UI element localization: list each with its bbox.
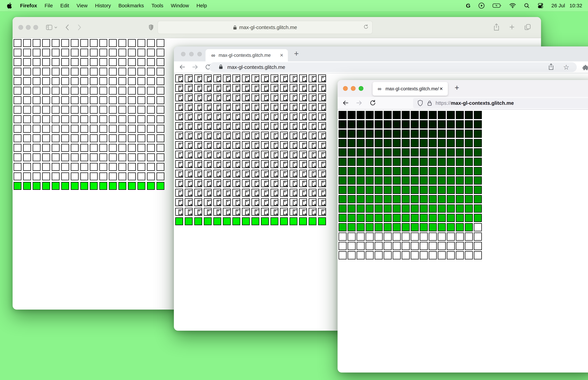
gl-canvas-cell-gradient bbox=[429, 214, 437, 222]
close-tab-button[interactable]: ✕ bbox=[439, 86, 443, 92]
broken-image-icon: ✕∨ bbox=[236, 143, 240, 148]
browser-tab[interactable]: ∞ max-gl-contexts.glitch.me/ ✕ bbox=[373, 82, 448, 95]
tab-overview-button[interactable] bbox=[524, 24, 531, 31]
privacy-shield-icon[interactable] bbox=[148, 24, 154, 31]
broken-image-icon: ✕∨ bbox=[188, 200, 193, 206]
broken-image-cell: ✕∨ bbox=[299, 113, 307, 120]
gl-canvas-cell-gradient bbox=[357, 120, 365, 128]
apple-menu[interactable] bbox=[7, 2, 13, 9]
broken-image-cell: ✕∨ bbox=[261, 141, 269, 149]
broken-image-cell: ✕∨ bbox=[223, 151, 231, 158]
close-window-button[interactable] bbox=[181, 52, 186, 56]
bookmark-star-icon[interactable]: ☆ bbox=[563, 64, 569, 71]
forward-button[interactable] bbox=[192, 64, 198, 71]
back-button[interactable] bbox=[179, 64, 186, 71]
gl-canvas-cell-gradient bbox=[411, 111, 419, 119]
minimize-window-button[interactable] bbox=[351, 86, 356, 91]
share-button[interactable] bbox=[493, 23, 499, 32]
gl-canvas-cell-white bbox=[90, 163, 98, 171]
broken-image-icon: ✕∨ bbox=[188, 181, 193, 187]
control-center-icon[interactable] bbox=[537, 2, 544, 9]
broken-image-icon: ✕∨ bbox=[322, 95, 326, 101]
minimize-window-button[interactable] bbox=[189, 52, 194, 56]
zoom-window-button[interactable] bbox=[359, 86, 363, 91]
zoom-window-button[interactable] bbox=[197, 52, 202, 56]
new-tab-button[interactable] bbox=[509, 24, 515, 31]
new-tab-button[interactable]: + bbox=[294, 49, 299, 58]
tracking-shield-icon[interactable] bbox=[417, 100, 423, 106]
gl-canvas-cell-gradient bbox=[375, 214, 383, 222]
close-tab-button[interactable]: ✕ bbox=[280, 53, 284, 58]
gl-canvas-cell-gradient bbox=[438, 158, 446, 166]
browser-tab[interactable]: ∞ max-gl-contexts.glitch.me ✕ bbox=[206, 49, 288, 61]
broken-image-cell: ✕∨ bbox=[185, 179, 193, 187]
broken-image-cell: ✕∨ bbox=[290, 113, 297, 120]
menu-item[interactable]: Edit bbox=[60, 3, 69, 8]
menu-item[interactable]: History bbox=[95, 3, 111, 8]
extensions-puzzle-icon[interactable] bbox=[582, 64, 588, 72]
gl-canvas-cell-white bbox=[118, 77, 126, 85]
broken-image-icon: ✕∨ bbox=[255, 181, 259, 187]
address-bar[interactable]: https://max-gl-contexts.glitch.me bbox=[413, 98, 588, 108]
broken-image-icon: ✕∨ bbox=[312, 133, 317, 139]
broken-image-icon: ✕∨ bbox=[207, 181, 212, 187]
google-g-icon[interactable]: G bbox=[466, 2, 470, 9]
broken-image-icon: ✕∨ bbox=[274, 143, 278, 148]
broken-image-cell: ✕∨ bbox=[280, 122, 288, 130]
new-tab-button[interactable]: + bbox=[455, 83, 459, 92]
broken-image-icon: ✕∨ bbox=[322, 105, 326, 110]
menu-item[interactable]: Tools bbox=[152, 3, 163, 8]
gl-canvas-cell-white bbox=[128, 58, 136, 66]
gl-canvas-cell-white bbox=[42, 58, 50, 66]
broken-image-icon: ✕∨ bbox=[302, 133, 307, 139]
gl-canvas-cell-gradient bbox=[438, 111, 446, 119]
broken-image-icon: ✕∨ bbox=[312, 95, 317, 101]
back-button[interactable] bbox=[342, 100, 349, 107]
zoom-window-button[interactable] bbox=[33, 25, 38, 30]
menu-item[interactable]: File bbox=[45, 3, 53, 8]
broken-image-icon: ✕∨ bbox=[198, 143, 202, 148]
wifi-icon[interactable] bbox=[509, 3, 516, 8]
gl-canvas-cell-white bbox=[156, 49, 164, 57]
gl-canvas-cell-gradient bbox=[366, 251, 374, 259]
gl-canvas-cell-gradient bbox=[348, 232, 356, 241]
broken-image-icon: ✕∨ bbox=[217, 124, 221, 129]
reload-button[interactable] bbox=[370, 100, 376, 107]
broken-image-cell: ✕∨ bbox=[290, 170, 297, 178]
address-bar[interactable]: max-gl-contexts.glitch.me ☆ bbox=[209, 62, 577, 72]
spotlight-search-icon[interactable] bbox=[524, 3, 530, 8]
gl-canvas-cell-white bbox=[80, 182, 88, 190]
sidebar-toggle-button[interactable] bbox=[46, 25, 52, 30]
play-circle-icon[interactable] bbox=[478, 2, 485, 9]
broken-image-icon: ✕∨ bbox=[255, 124, 259, 129]
broken-image-cell: ✕∨ bbox=[270, 151, 278, 158]
reload-button[interactable] bbox=[363, 24, 369, 31]
menu-item[interactable]: Help bbox=[196, 3, 207, 8]
gl-canvas-cell-white bbox=[52, 58, 59, 66]
forward-button[interactable] bbox=[77, 24, 82, 30]
broken-image-icon: ✕∨ bbox=[274, 181, 278, 187]
share-button[interactable] bbox=[548, 63, 554, 71]
gl-canvas-cell-gradient bbox=[456, 242, 464, 250]
broken-image-cell: ✕∨ bbox=[251, 94, 259, 101]
broken-image-icon: ✕∨ bbox=[198, 200, 202, 206]
address-bar[interactable]: max-gl-contexts.glitch.me bbox=[158, 21, 373, 34]
app-menu-firefox[interactable]: Firefox bbox=[20, 3, 37, 8]
minimize-window-button[interactable] bbox=[26, 25, 31, 30]
close-window-button[interactable] bbox=[343, 86, 348, 91]
broken-image-icon: ✕∨ bbox=[198, 114, 202, 120]
close-window-button[interactable] bbox=[18, 25, 23, 30]
forward-button[interactable] bbox=[356, 100, 362, 107]
broken-image-icon: ✕∨ bbox=[302, 86, 307, 91]
broken-image-cell: ✕∨ bbox=[280, 94, 288, 101]
menu-clock[interactable]: 26 Jul 10:32 bbox=[551, 3, 582, 8]
back-button[interactable] bbox=[65, 24, 69, 30]
battery-charging-icon[interactable] bbox=[493, 3, 501, 8]
chevron-down-icon[interactable] bbox=[54, 26, 57, 29]
lock-icon[interactable] bbox=[427, 100, 432, 106]
menu-item[interactable]: Window bbox=[171, 3, 189, 8]
menu-item[interactable]: Bookmarks bbox=[118, 3, 144, 8]
gl-canvas-cell-gradient bbox=[402, 158, 410, 166]
gl-canvas-cell-gradient bbox=[429, 205, 437, 213]
menu-item[interactable]: View bbox=[76, 3, 87, 8]
